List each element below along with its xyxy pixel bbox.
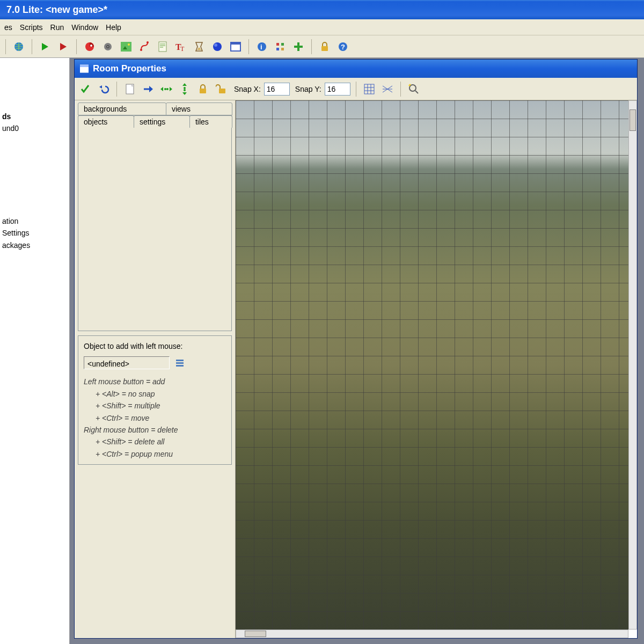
svg-marker-38 — [149, 86, 153, 92]
tab-settings[interactable]: settings — [134, 115, 190, 128]
menu-resources[interactable]: es — [4, 23, 12, 32]
svg-point-18 — [213, 42, 222, 51]
tab-views[interactable]: views — [166, 103, 232, 115]
background-icon[interactable] — [119, 39, 134, 54]
svg-point-46 — [184, 89, 186, 91]
snapy-label: Snap Y: — [295, 85, 321, 93]
run-icon[interactable] — [38, 39, 53, 54]
menubar: es Scripts Run Window Help — [0, 19, 644, 35]
shift-horizontal-icon[interactable] — [159, 82, 174, 97]
object-add-label: Object to add with left mouse: — [84, 340, 226, 352]
svg-rect-53 — [176, 365, 184, 367]
object-icon[interactable] — [210, 39, 225, 54]
room-properties-window: Room Properties — [74, 59, 638, 639]
font-icon[interactable]: TT — [173, 39, 188, 54]
tree-item-info[interactable]: ation — [2, 215, 67, 227]
object-menu-icon[interactable] — [174, 357, 186, 369]
new-page-icon[interactable] — [122, 82, 137, 97]
menu-help[interactable]: Help — [106, 23, 121, 32]
plus-icon[interactable] — [291, 39, 306, 54]
svg-point-50 — [409, 85, 416, 91]
tree-item-packages[interactable]: ackages — [2, 239, 67, 251]
resource-tree[interactable]: ds und0 ation Settings ackages — [0, 58, 70, 644]
tab-objects[interactable]: objects — [78, 115, 134, 128]
svg-marker-17 — [197, 47, 201, 50]
globe-icon[interactable] — [11, 39, 26, 54]
menu-window[interactable]: Window — [71, 23, 98, 32]
svg-point-41 — [164, 88, 166, 90]
svg-point-45 — [184, 87, 186, 89]
sprite-icon[interactable] — [82, 39, 97, 54]
svg-rect-24 — [276, 43, 279, 46]
svg-rect-26 — [276, 48, 279, 50]
room-body: backgrounds views objects settings tiles… — [75, 100, 637, 638]
svg-rect-21 — [231, 42, 240, 45]
svg-rect-25 — [281, 43, 284, 46]
options-icon[interactable] — [273, 39, 288, 54]
snapx-input[interactable] — [264, 83, 290, 96]
confirm-icon[interactable] — [78, 82, 93, 97]
arrow-right-icon[interactable] — [141, 82, 156, 97]
shift-vertical-icon[interactable] — [177, 82, 192, 97]
svg-rect-51 — [176, 360, 184, 361]
lock-icon[interactable] — [317, 39, 332, 54]
svg-point-42 — [166, 88, 169, 90]
workspace: ds und0 ation Settings ackages Room Prop… — [0, 58, 644, 644]
zoom-icon[interactable] — [406, 82, 421, 97]
toolbar-separator — [116, 82, 117, 97]
tree-item-settings[interactable]: Settings — [2, 227, 67, 239]
child-title-text: Room Properties — [93, 63, 166, 74]
run-debug-icon[interactable] — [56, 39, 71, 54]
main-toolbar: TT i ? — [0, 35, 644, 58]
horizontal-scrollbar[interactable] — [236, 630, 628, 638]
svg-text:T: T — [180, 45, 185, 52]
toolbar-separator — [5, 39, 6, 54]
toolbar-separator — [32, 39, 32, 54]
undo-icon[interactable] — [96, 82, 111, 97]
object-selector[interactable]: <undefined> — [84, 356, 170, 369]
svg-rect-34 — [80, 65, 89, 67]
svg-rect-47 — [200, 89, 206, 93]
timeline-icon[interactable] — [192, 39, 207, 54]
svg-point-12 — [147, 41, 149, 43]
room-icon[interactable] — [228, 39, 243, 54]
svg-text:i: i — [260, 43, 262, 51]
lock-closed-icon[interactable] — [195, 82, 210, 97]
svg-marker-43 — [182, 83, 187, 86]
room-toolbar: Snap X: Snap Y: — [75, 78, 637, 100]
svg-rect-48 — [219, 89, 225, 93]
grid-icon[interactable] — [362, 82, 377, 97]
vertical-scrollbar[interactable] — [628, 100, 637, 630]
iso-grid-icon[interactable] — [380, 82, 395, 97]
snapx-label: Snap X: — [234, 85, 261, 93]
help-icon[interactable]: ? — [335, 39, 350, 54]
svg-point-10 — [128, 43, 130, 46]
svg-marker-35 — [99, 85, 102, 89]
mdi-area: Room Properties — [70, 58, 644, 644]
snapy-input[interactable] — [325, 83, 350, 96]
child-titlebar[interactable]: Room Properties — [75, 60, 637, 78]
tab-tiles[interactable]: tiles — [189, 115, 232, 128]
sound-icon[interactable] — [100, 39, 115, 54]
svg-point-19 — [214, 43, 217, 47]
script-icon[interactable] — [155, 39, 170, 54]
info-blue-icon[interactable]: i — [254, 39, 269, 54]
menu-run[interactable]: Run — [50, 23, 64, 32]
lock-open-icon[interactable] — [214, 82, 229, 97]
svg-marker-44 — [182, 92, 187, 95]
room-grid-overlay[interactable] — [236, 100, 628, 630]
toolbar-separator — [311, 39, 312, 54]
toolbar-separator — [400, 82, 401, 97]
help-text: Left mouse button = add + <Alt> = no sna… — [84, 376, 226, 460]
svg-marker-39 — [160, 87, 163, 91]
tree-item-background0[interactable]: und0 — [2, 122, 67, 134]
svg-rect-29 — [294, 46, 303, 48]
objects-listbox[interactable] — [78, 127, 232, 331]
svg-rect-8 — [121, 42, 131, 52]
menu-scripts[interactable]: Scripts — [20, 23, 43, 32]
path-icon[interactable] — [137, 39, 152, 54]
tab-backgrounds[interactable]: backgrounds — [78, 103, 166, 115]
svg-point-4 — [90, 45, 92, 47]
svg-point-7 — [107, 46, 108, 47]
tree-backgrounds-header[interactable]: ds — [2, 111, 67, 122]
